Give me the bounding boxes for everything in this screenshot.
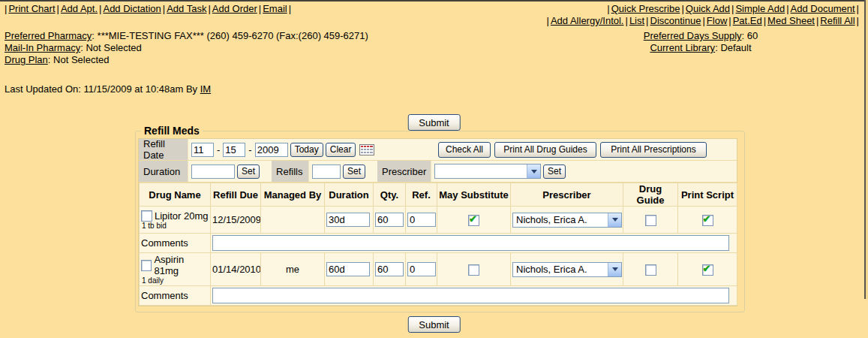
check-all-button[interactable]: Check All [438,142,491,158]
preferred-pharmacy-line: Preferred Pharmacy: ***MIE-TESTING FAX**… [5,30,368,42]
separator: | [547,15,549,26]
prescriber-all-select[interactable] [434,164,541,179]
nav-link[interactable]: Add Apt. [61,3,98,14]
nav-link[interactable]: Quick Prescribe [611,3,680,14]
top-nav-right-row2: |Add Allergy/Intol.|List|Discontinue|Flo… [545,15,860,26]
calendar-icon[interactable] [359,144,374,155]
separator: | [57,3,59,14]
print-script-cell [678,253,737,286]
comments-input[interactable] [212,235,729,251]
separator: | [163,3,165,14]
separator: | [259,3,261,14]
refills-set-button[interactable]: Set [343,164,365,179]
mail-in-pharmacy-value: Not Selected [86,42,141,53]
prescriber-set-button[interactable]: Set [543,164,566,179]
prescriber-all-select-value [435,164,527,178]
ref-input[interactable] [407,262,436,276]
mail-in-pharmacy-link[interactable]: Mail-In Pharmacy [5,42,80,53]
refill-due-cell: 12/15/2009 [211,207,261,234]
duration-input[interactable] [326,262,370,276]
print-script-checkbox[interactable] [702,264,713,276]
prescriber-cell: Nichols, Erica A. [511,253,623,286]
nav-link[interactable]: Add Allergy/Intol. [551,15,624,26]
date-separator: - [248,144,251,155]
refill-date-label-text: Refill Date [143,138,183,161]
separator: | [625,15,627,26]
refill-date-label: Refill Date [139,139,188,160]
refill-date-month-input[interactable] [191,143,214,157]
duration-input[interactable] [326,213,370,227]
duration-all-input[interactable] [191,164,235,179]
current-library-line: Current Library: Default [620,42,782,54]
qty-input[interactable] [375,213,404,227]
col-header-drug-name: Drug Name [140,183,211,207]
nav-link[interactable]: Refill All [820,15,854,26]
separator: | [728,15,731,26]
separator: | [816,15,818,26]
nav-link[interactable]: Add Document [791,3,855,14]
duration-set-button[interactable]: Set [237,164,260,179]
meds-table: Drug Name Refill Due Managed By Duration… [139,183,737,306]
drug-sig: 1 daily [142,276,209,285]
current-library-link[interactable]: Current Library [650,42,715,53]
submit-button-bottom[interactable]: Submit [407,316,460,333]
refill-meds-fieldset: Refill Meds Refill Date - - Today Clear [135,125,745,312]
chevron-down-icon [608,213,621,227]
may-substitute-checkbox[interactable] [468,264,479,276]
last-updated-line: Last Updated On: 11/15/2009 at 10:48am B… [5,83,211,95]
clear-button[interactable]: Clear [326,143,356,157]
nav-link[interactable]: List [629,15,644,26]
nav-link[interactable]: Print Chart [8,3,55,14]
qty-input[interactable] [375,262,404,276]
nav-link[interactable]: Discontinue [650,15,701,26]
today-button[interactable]: Today [290,143,323,157]
refill-date-inputs: - - Today Clear [188,139,377,160]
drug-select-checkbox[interactable] [141,210,152,222]
duration-label: Duration [139,161,188,182]
prescriber-select-value: Nichols, Erica A. [513,263,608,276]
preferred-days-supply-line: Preferred Days Supply: 60 [620,30,782,42]
separator: | [607,3,609,14]
nav-link[interactable]: Email [263,3,287,14]
refill-date-year-input[interactable] [255,143,288,157]
prescriber-select[interactable]: Nichols, Erica A. [512,262,622,277]
comments-input[interactable] [212,288,729,303]
drug-plan-link[interactable]: Drug Plan [5,54,48,65]
col-header-print-script: Print Script [678,183,737,207]
separator: | [681,3,683,14]
nav-link[interactable]: Flow [707,15,727,26]
preferred-pharmacy-link[interactable]: Preferred Pharmacy [5,30,92,41]
last-updated-user-link[interactable]: IM [200,83,211,95]
drug-guide-checkbox[interactable] [645,215,656,226]
prescriber-select[interactable]: Nichols, Erica A. [512,213,622,228]
print-script-checkbox[interactable] [702,215,713,226]
drug-plan-value: Not Selected [53,54,109,65]
separator: | [702,15,704,26]
print-all-prescriptions-button[interactable]: Print All Prescriptions [600,142,707,158]
nav-link[interactable]: Add Task [167,3,206,14]
window-right-edge [864,0,866,299]
may-substitute-checkbox[interactable] [468,215,479,226]
nav-link[interactable]: Med Sheet [767,15,815,26]
colon: : [742,30,745,41]
separator: | [764,15,766,26]
top-nav-left: |Print Chart|Add Apt.|Add Dictation|Add … [3,3,293,14]
drug-select-checkbox[interactable] [141,260,152,271]
drug-plan-line: Drug Plan: Not Selected [5,54,368,66]
ref-input[interactable] [407,213,436,227]
drug-guide-checkbox[interactable] [645,264,656,276]
nav-link[interactable]: Simple Add [735,3,785,14]
refill-date-day-input[interactable] [223,143,245,157]
nav-link[interactable]: Quick Add [686,3,730,14]
prescriber-label: Prescriber [377,161,431,182]
managed-by-cell [261,207,325,234]
nav-link[interactable]: Pat.Ed [733,15,762,26]
duration-label-text: Duration [143,166,180,177]
nav-link[interactable]: Add Dictation [103,3,161,14]
nav-link[interactable]: Add Order [212,3,257,14]
preferred-days-supply-link[interactable]: Preferred Days Supply [644,30,742,41]
separator: | [857,15,859,26]
refills-all-input[interactable] [312,164,341,179]
refill-date-row: Refill Date - - Today Clear [139,139,737,161]
print-all-drug-guides-button[interactable]: Print All Drug Guides [494,142,596,158]
